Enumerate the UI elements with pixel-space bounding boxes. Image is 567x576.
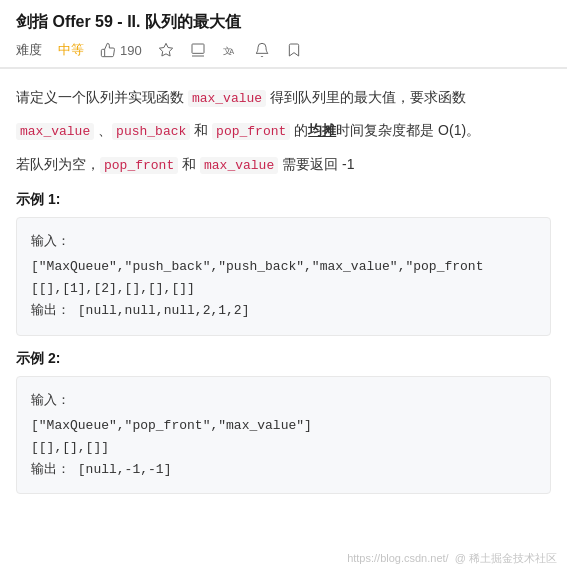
code-pop-front-2: pop_front	[100, 157, 178, 174]
share-icon	[190, 42, 206, 58]
example1-input-label: 输入：	[31, 230, 536, 252]
example1-input-line1: ["MaxQueue","push_back","push_back","max…	[31, 256, 536, 278]
svg-text:A: A	[229, 47, 234, 56]
code-max-value-1: max_value	[188, 90, 266, 107]
example2-input-line1: ["MaxQueue","pop_front","max_value"]	[31, 415, 536, 437]
code-pop-front: pop_front	[212, 123, 290, 140]
translate-button[interactable]: 文 A	[222, 42, 238, 58]
content-area: 请定义一个队列并实现函数 max_value 得到队列里的最大值，要求函数 ma…	[0, 69, 567, 510]
example2-title: 示例 2:	[16, 350, 551, 368]
like-button[interactable]: 190	[100, 42, 142, 58]
description: 请定义一个队列并实现函数 max_value 得到队列里的最大值，要求函数 ma…	[16, 85, 551, 177]
example2-output-value: [null,-1,-1]	[78, 462, 172, 477]
translate-icon: 文 A	[222, 42, 238, 58]
svg-rect-1	[192, 44, 204, 53]
example1-output-value: [null,null,null,2,1,2]	[78, 303, 250, 318]
example2-block: 输入： ["MaxQueue","pop_front","max_value"]…	[16, 376, 551, 494]
example1-block: 输入： ["MaxQueue","push_back","push_back",…	[16, 217, 551, 335]
header: 剑指 Offer 59 - II. 队列的最大值 难度 中等 190 文 A	[0, 0, 567, 68]
bell-icon	[254, 42, 270, 58]
share-button[interactable]	[190, 42, 206, 58]
desc-line1: 请定义一个队列并实现函数 max_value 得到队列里的最大值，要求函数	[16, 85, 551, 110]
example1-input-line2: [[],[1],[2],[],[],[]]	[31, 278, 536, 300]
star-icon	[158, 42, 174, 58]
page-title: 剑指 Offer 59 - II. 队列的最大值	[16, 12, 551, 33]
watermark: https://blog.csdn.net/ @ 稀土掘金技术社区	[347, 551, 557, 566]
bell-button[interactable]	[254, 42, 270, 58]
like-count: 190	[120, 43, 142, 58]
example1-title: 示例 1:	[16, 191, 551, 209]
desc-line3: 若队列为空，pop_front 和 max_value 需要返回 -1	[16, 152, 551, 177]
bookmark-icon	[286, 42, 302, 58]
example2-input-label: 输入：	[31, 389, 536, 411]
desc-line2: max_value 、push_back 和 pop_front 的均摊时间复杂…	[16, 118, 551, 143]
example1-output-label: 输出： [null,null,null,2,1,2]	[31, 300, 536, 322]
toolbar: 难度 中等 190 文 A	[16, 41, 551, 59]
svg-marker-0	[159, 43, 172, 56]
example2-input-line2: [[],[],[]]	[31, 437, 536, 459]
difficulty-label: 难度	[16, 41, 42, 59]
code-max-value-2: max_value	[16, 123, 94, 140]
difficulty-value: 中等	[58, 41, 84, 59]
example2-output-label: 输出： [null,-1,-1]	[31, 459, 536, 481]
highlight-text: 均摊	[308, 122, 336, 138]
code-push-back: push_back	[112, 123, 190, 140]
more-button[interactable]	[286, 42, 302, 58]
thumbs-up-icon	[100, 42, 116, 58]
code-max-value-3: max_value	[200, 157, 278, 174]
star-button[interactable]	[158, 42, 174, 58]
